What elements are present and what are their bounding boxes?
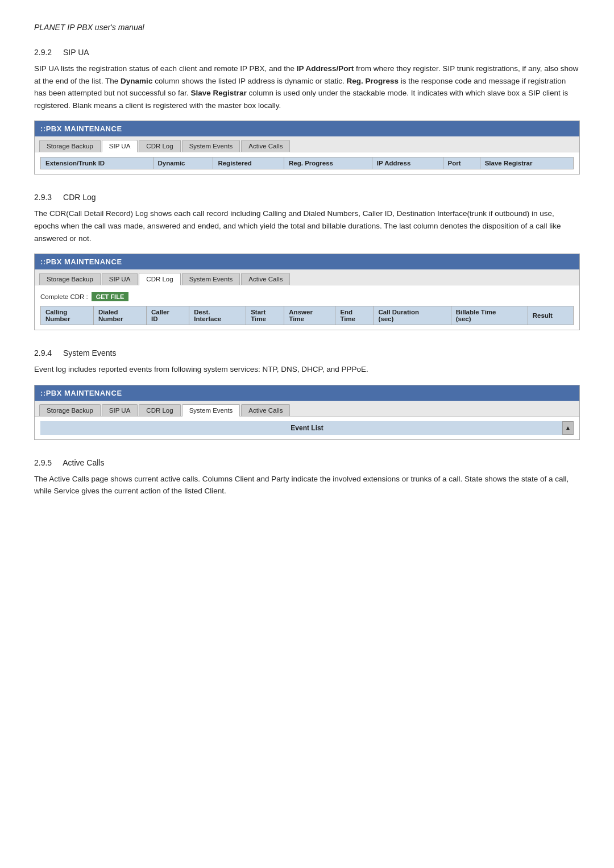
tab-cdrlog-3[interactable]: CDR Log (139, 404, 180, 416)
col-dynamic: Dynamic (153, 157, 213, 169)
section-heading-2-9-3: 2.9.3 CDR Log (34, 193, 580, 202)
section-2-9-2: 2.9.2 SIP UA SIP UA lists the registrati… (34, 48, 580, 175)
pbx-header-cdr: ::PBX MAINTENANCE (35, 254, 579, 269)
section-body-2-9-3: The CDR(Call Detail Record) Log shows ea… (34, 207, 580, 244)
event-list-label: Event List (291, 424, 323, 432)
event-list-scrollbar[interactable]: ▲ (562, 421, 574, 435)
cdr-table: CallingNumber DialedNumber CallerID Dest… (40, 306, 574, 325)
pbx-header: ::PBX MAINTENANCE (35, 121, 579, 136)
section-heading-2-9-2: 2.9.2 SIP UA (34, 48, 580, 57)
col-result: Result (528, 306, 573, 325)
get-file-button[interactable]: GET FILE (92, 292, 129, 301)
section-body-2-9-4: Event log includes reported events from … (34, 363, 580, 376)
pbx-widget-sysevents: ::PBX MAINTENANCE Storage Backup SIP UA … (34, 385, 580, 440)
tab-sipua-2[interactable]: SIP UA (102, 273, 138, 285)
tab-active-calls-1[interactable]: Active Calls (241, 140, 290, 152)
pbx-body-sysevents: Event List ▲ (35, 417, 579, 439)
col-ip-address: IP Address (372, 157, 443, 169)
col-registered: Registered (213, 157, 284, 169)
pbx-tabs-sipua: Storage Backup SIP UA CDR Log System Eve… (35, 136, 579, 152)
event-list-row: Event List ▲ (40, 421, 574, 435)
pbx-header-colon: :: (40, 124, 46, 133)
col-reg-progress: Reg. Progress (284, 157, 372, 169)
pbx-tabs-cdr: Storage Backup SIP UA CDR Log System Eve… (35, 269, 579, 285)
pbx-tabs-sysevents: Storage Backup SIP UA CDR Log System Eve… (35, 401, 579, 417)
pbx-widget-sipua: ::PBX MAINTENANCE Storage Backup SIP UA … (34, 121, 580, 175)
cdr-complete-row: Complete CDR : GET FILE (40, 290, 574, 304)
col-extension-trunk-id: Extension/Trunk ID (41, 157, 154, 169)
col-slave-registrar: Slave Registrar (480, 157, 573, 169)
tab-system-events-1[interactable]: System Events (182, 140, 240, 152)
tab-sipua-3[interactable]: SIP UA (102, 404, 138, 416)
section-2-9-5: 2.9.5 Active Calls The Active Calls page… (34, 458, 580, 497)
section-2-9-4: 2.9.4 System Events Event log includes r… (34, 348, 580, 440)
tab-storage-backup-3[interactable]: Storage Backup (39, 404, 101, 416)
tab-storage-backup-2[interactable]: Storage Backup (39, 273, 101, 285)
col-answer-time: AnswerTime (284, 306, 335, 325)
tab-active-calls-3[interactable]: Active Calls (241, 404, 290, 416)
cdr-complete-label: Complete CDR : (40, 293, 88, 300)
col-billable-time: Billable Time(sec) (451, 306, 528, 325)
section-body-2-9-2: SIP UA lists the registration status of … (34, 63, 580, 111)
pbx-header-sysevents: ::PBX MAINTENANCE (35, 385, 579, 401)
doc-title: PLANET IP PBX user's manual (34, 23, 580, 32)
col-end-time: EndTime (335, 306, 374, 325)
col-call-duration: Call Duration(sec) (374, 306, 451, 325)
section-body-2-9-5: The Active Calls page shows current acti… (34, 473, 580, 497)
section-heading-2-9-5: 2.9.5 Active Calls (34, 458, 580, 467)
tab-storage-backup-1[interactable]: Storage Backup (39, 140, 101, 152)
col-dialed-number: DialedNumber (93, 306, 146, 325)
col-start-time: StartTime (246, 306, 284, 325)
col-dest-interface: Dest.Interface (189, 306, 246, 325)
tab-active-calls-2[interactable]: Active Calls (241, 273, 290, 285)
tab-system-events-2[interactable]: System Events (182, 273, 240, 285)
col-port: Port (443, 157, 480, 169)
tab-system-events-3[interactable]: System Events (182, 404, 240, 417)
col-caller-id: CallerID (146, 306, 189, 325)
sipua-table: Extension/Trunk ID Dynamic Registered Re… (40, 157, 574, 169)
col-calling-number: CallingNumber (41, 306, 94, 325)
pbx-body-cdr: Complete CDR : GET FILE CallingNumber Di… (35, 285, 579, 330)
section-heading-2-9-4: 2.9.4 System Events (34, 348, 580, 358)
tab-sipua-1[interactable]: SIP UA (102, 140, 138, 152)
section-2-9-3: 2.9.3 CDR Log The CDR(Call Detail Record… (34, 193, 580, 330)
pbx-widget-cdr: ::PBX MAINTENANCE Storage Backup SIP UA … (34, 254, 580, 330)
tab-cdrlog-1[interactable]: CDR Log (139, 140, 180, 152)
tab-cdrlog-2[interactable]: CDR Log (139, 273, 180, 285)
pbx-body-sipua: Extension/Trunk ID Dynamic Registered Re… (35, 152, 579, 174)
